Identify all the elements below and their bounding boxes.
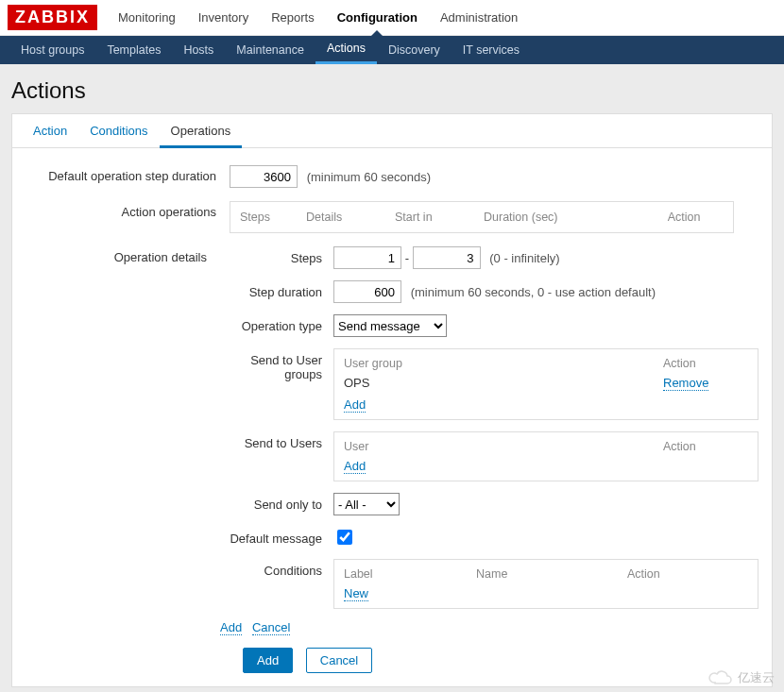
ops-col-steps: Steps — [230, 211, 306, 224]
page-title: Actions — [11, 77, 773, 104]
operation-type-label: Operation type — [220, 314, 333, 333]
subnav-it-services[interactable]: IT services — [452, 36, 531, 64]
cond-new-link[interactable]: New — [344, 586, 368, 601]
default-message-label: Default message — [220, 527, 333, 546]
subnav-actions[interactable]: Actions — [315, 36, 377, 64]
watermark: 亿速云 — [707, 669, 775, 686]
action-operations-table-header: Steps Details Start in Duration (sec) Ac… — [230, 201, 734, 233]
tab-action[interactable]: Action — [22, 114, 78, 147]
default-message-checkbox[interactable] — [337, 530, 352, 545]
logo: ZABBIX — [8, 5, 97, 30]
cond-col-label: Label — [344, 567, 476, 581]
conditions-table: Label Name Action New — [333, 559, 758, 609]
default-step-duration-input[interactable] — [230, 165, 298, 188]
operations-form: Default operation step duration (minimum… — [12, 148, 772, 686]
send-users-label: Send to Users — [220, 431, 333, 450]
ug-add-link[interactable]: Add — [344, 397, 366, 413]
subnav-host-groups[interactable]: Host groups — [9, 36, 95, 64]
detail-add-link[interactable]: Add — [220, 620, 242, 635]
subnav-hosts[interactable]: Hosts — [172, 36, 225, 64]
subnav-templates[interactable]: Templates — [95, 36, 172, 64]
u-add-link[interactable]: Add — [344, 459, 366, 474]
user-groups-table: User group Action OPS Remove Add — [333, 348, 758, 420]
nav-configuration[interactable]: Configuration — [326, 0, 429, 36]
step-duration-hint: (minimum 60 seconds, 0 - use action defa… — [411, 285, 656, 299]
cond-col-name: Name — [476, 567, 627, 581]
operation-details-label: Operation details — [26, 246, 220, 264]
tabs: Action Conditions Operations — [12, 114, 772, 148]
ug-name: OPS — [344, 376, 663, 390]
send-user-groups-label: Send to User groups — [220, 348, 333, 381]
conditions-label: Conditions — [220, 559, 333, 578]
send-only-to-label: Send only to — [220, 493, 333, 512]
ug-col-action: Action — [663, 357, 748, 370]
action-operations-label: Action operations — [26, 201, 230, 219]
form-panel: Action Conditions Operations Default ope… — [11, 113, 773, 687]
cloud-icon — [707, 669, 734, 686]
step-duration-label: Step duration — [220, 280, 333, 299]
operation-details: Steps - (0 - infinitely) Step duration — [220, 246, 758, 634]
detail-cancel-link[interactable]: Cancel — [252, 620, 290, 635]
steps-label: Steps — [220, 246, 333, 265]
tab-operations[interactable]: Operations — [160, 114, 243, 148]
ops-col-startin: Start in — [395, 211, 484, 224]
u-col-action: Action — [663, 440, 748, 453]
ops-col-action: Action — [635, 211, 733, 224]
default-step-duration-label: Default operation step duration — [26, 165, 230, 183]
cancel-button[interactable]: Cancel — [306, 648, 372, 673]
add-button[interactable]: Add — [243, 648, 293, 673]
ug-remove-link[interactable]: Remove — [663, 376, 708, 391]
send-only-to-select[interactable]: - All - — [333, 493, 400, 515]
subnav-discovery[interactable]: Discovery — [377, 36, 452, 64]
steps-hint: (0 - infinitely) — [489, 251, 559, 265]
default-step-duration-hint: (minimum 60 seconds) — [307, 170, 432, 184]
subnav-maintenance[interactable]: Maintenance — [225, 36, 315, 64]
ops-col-details: Details — [306, 211, 395, 224]
footer-actions: Add Cancel — [26, 648, 758, 673]
step-duration-input[interactable] — [333, 280, 401, 303]
cond-col-action: Action — [627, 567, 748, 581]
users-table: User Action Add — [333, 431, 758, 481]
steps-from-input[interactable] — [333, 246, 401, 269]
nav-reports[interactable]: Reports — [260, 0, 326, 36]
nav-monitoring[interactable]: Monitoring — [107, 0, 187, 36]
sub-nav: Host groups Templates Hosts Maintenance … — [0, 36, 784, 64]
u-col-user: User — [344, 440, 663, 453]
tab-conditions[interactable]: Conditions — [78, 114, 159, 147]
page-body: Actions Action Conditions Operations Def… — [0, 64, 784, 692]
ops-col-duration: Duration (sec) — [484, 211, 635, 224]
ug-col-group: User group — [344, 357, 663, 370]
top-bar: ZABBIX Monitoring Inventory Reports Conf… — [0, 0, 784, 36]
ug-row: OPS Remove — [344, 376, 748, 390]
operation-type-select[interactable]: Send message — [333, 314, 447, 337]
nav-inventory[interactable]: Inventory — [187, 0, 260, 36]
steps-to-input[interactable] — [413, 246, 481, 269]
nav-administration[interactable]: Administration — [429, 0, 529, 36]
steps-separator: - — [405, 251, 409, 265]
